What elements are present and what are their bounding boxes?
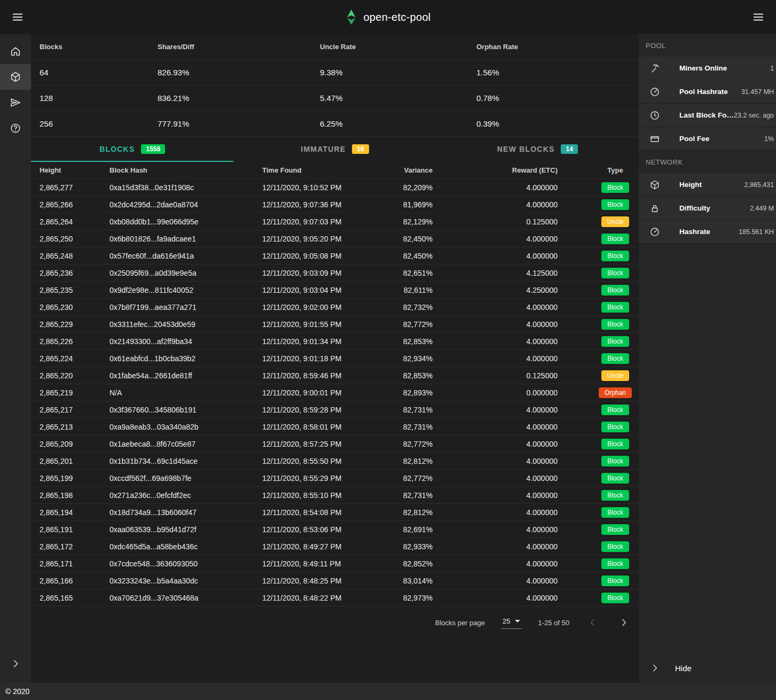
cell-height: 2,865,219 [31, 388, 109, 397]
right-menu-icon[interactable] [749, 8, 767, 26]
cell-block-hash: N/A [109, 388, 262, 397]
cell-reward: 4.000000 [433, 457, 592, 465]
cell-variance: 82,732% [369, 303, 433, 312]
luck-stats-row: 128 836.21% 5.47% 0.78% [31, 85, 639, 111]
menu-icon[interactable] [9, 8, 27, 26]
stat-orphan: 0.78% [476, 94, 639, 103]
help-icon [10, 122, 21, 134]
pagination-bar: Blocks per page 25 1-25 of 50 [31, 606, 639, 639]
type-chip: Block [601, 593, 629, 603]
type-chip: Block [601, 422, 629, 432]
blocks-table-header: Height Block Hash Time Found Variance Re… [31, 162, 639, 179]
nav-blocks[interactable] [0, 64, 31, 90]
cell-reward: 4.000000 [433, 406, 592, 414]
cell-variance: 82,853% [369, 371, 433, 380]
table-row: 2,865,198 0x271a236c...0efcfdf2ec 12/11/… [31, 487, 639, 504]
table-row: 2,865,250 0x6b801826...fa9adcaee1 12/11/… [31, 230, 639, 247]
table-row: 2,865,235 0x9df2e98e...811fc40052 12/11/… [31, 282, 639, 299]
type-chip: Block [601, 268, 629, 278]
tab-new-blocks-label: NEW BLOCKS [497, 145, 555, 153]
cell-height: 2,865,264 [31, 217, 109, 226]
table-row: 2,865,220 0x1fabe54a...2661de81ff 12/11/… [31, 367, 639, 384]
cell-time-found: 12/11/2020, 8:49:27 PM [262, 542, 369, 551]
cell-variance: 83,014% [369, 577, 433, 585]
copyright: © 2020 [5, 687, 29, 696]
stat-uncle: 6.25% [320, 119, 476, 128]
next-page-button[interactable] [616, 615, 631, 630]
cell-variance: 82,651% [369, 269, 433, 277]
cell-height: 2,865,250 [31, 235, 109, 243]
pool-miners-online-row: Miners Online 1 [639, 57, 776, 80]
table-row: 2,865,264 0xb08dd0b1...99e066d95e 12/11/… [31, 213, 639, 230]
cell-type: Block [592, 473, 639, 484]
prev-page-button[interactable] [585, 615, 600, 630]
cell-variance: 82,853% [369, 337, 433, 346]
cell-block-hash: 0x61eabfcd...1b0cba39b2 [109, 354, 262, 363]
cell-height: 2,865,217 [31, 406, 109, 414]
cell-variance: 82,812% [369, 457, 433, 465]
stat-shares: 836.21% [158, 94, 320, 103]
cell-reward: 4.125000 [433, 269, 592, 277]
hide-panel-button[interactable]: Hide [639, 653, 776, 683]
cell-block-hash: 0x9df2e98e...811fc40052 [109, 286, 262, 294]
cell-height: 2,865,226 [31, 337, 109, 346]
nav-help[interactable] [0, 115, 31, 141]
stat-shares: 826.93% [158, 68, 320, 77]
network-item-label: Height [679, 181, 702, 189]
cell-reward: 4.000000 [433, 423, 592, 431]
tab-immature-badge: 16 [352, 144, 369, 154]
cell-height: 2,865,236 [31, 269, 109, 277]
cell-variance: 81,969% [369, 200, 433, 209]
network-item-label: Hashrate [679, 228, 710, 236]
luck-stats-body: 64 826.93% 9.38% 1.56% 128 836.21% 5.47%… [31, 60, 639, 137]
cell-height: 2,865,201 [31, 457, 109, 465]
home-icon [10, 45, 21, 57]
top-app-bar: open-etc-pool [0, 0, 776, 34]
cell-block-hash: 0xdc465d5a...a58beb436c [109, 542, 262, 551]
tab-new-blocks[interactable]: NEW BLOCKS 14 [436, 137, 639, 162]
pool-fee-row: Pool Fee 1% [639, 127, 776, 151]
tab-blocks[interactable]: BLOCKS 1558 [31, 137, 233, 162]
per-page-value: 25 [503, 617, 510, 625]
cell-reward: 4.000000 [433, 542, 592, 551]
table-row: 2,865,199 0xccdf562f...69a698b7fe 12/11/… [31, 470, 639, 487]
nav-expand-button[interactable] [0, 651, 31, 676]
cell-type: Block [592, 541, 639, 552]
cell-time-found: 12/11/2020, 8:53:06 PM [262, 525, 369, 534]
stats-header-shares: Shares/Diff [158, 43, 320, 51]
network-height-row: Height 2,865,431 [639, 173, 776, 197]
per-page-label: Blocks per page [435, 619, 485, 627]
cell-block-hash: 0xccdf562f...69a698b7fe [109, 474, 262, 483]
table-row: 2,865,230 0x7b8f7199...aea377a271 12/11/… [31, 299, 639, 316]
nav-payments[interactable] [0, 90, 31, 115]
pool-item-label: Pool Hashrate [679, 88, 728, 96]
table-row: 2,865,226 0x21493300...af2ff9ba34 12/11/… [31, 333, 639, 350]
hide-label: Hide [675, 664, 692, 673]
pool-item-value: 1 [770, 65, 774, 72]
stat-orphan: 0.39% [476, 119, 639, 128]
table-row: 2,865,219 N/A 12/11/2020, 9:00:01 PM 82,… [31, 384, 639, 401]
network-item-value: 2.449 M [750, 205, 774, 212]
cell-reward: 4.000000 [433, 508, 592, 517]
content: Blocks Shares/Diff Uncle Rate Orphan Rat… [0, 34, 776, 683]
type-chip: Uncle [601, 370, 630, 381]
cell-variance: 82,772% [369, 320, 433, 329]
cell-block-hash: 0xa9a8eab3...03a340a82b [109, 423, 262, 431]
header-variance: Variance [369, 166, 433, 174]
tab-new-blocks-badge: 14 [561, 144, 577, 154]
table-row: 2,865,194 0x18d734a9...13b6060f47 12/11/… [31, 504, 639, 521]
card-icon [648, 134, 661, 144]
type-chip: Block [601, 507, 629, 518]
table-row: 2,865,217 0x3f367660...345806b191 12/11/… [31, 401, 639, 418]
nav-home[interactable] [0, 38, 31, 64]
send-icon [10, 97, 21, 108]
per-page-select[interactable]: 25 [501, 616, 522, 629]
cell-block-hash: 0x1aebeca8...8f67c05e87 [109, 440, 262, 448]
stat-uncle: 5.47% [320, 94, 476, 103]
gauge-icon [648, 227, 661, 237]
cell-type: Block [592, 285, 639, 295]
type-chip: Block [601, 234, 629, 244]
network-item-value: 2,865,431 [744, 181, 774, 189]
header-type: Type [592, 166, 639, 174]
tab-immature[interactable]: IMMATURE 16 [233, 137, 436, 162]
